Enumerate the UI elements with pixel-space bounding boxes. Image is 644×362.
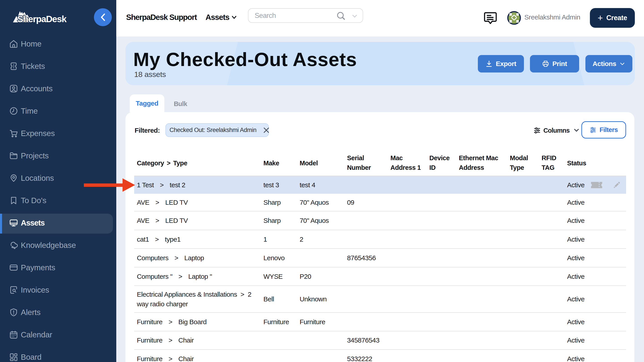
svg-text:SherpaDesk: SherpaDesk [17, 14, 67, 24]
